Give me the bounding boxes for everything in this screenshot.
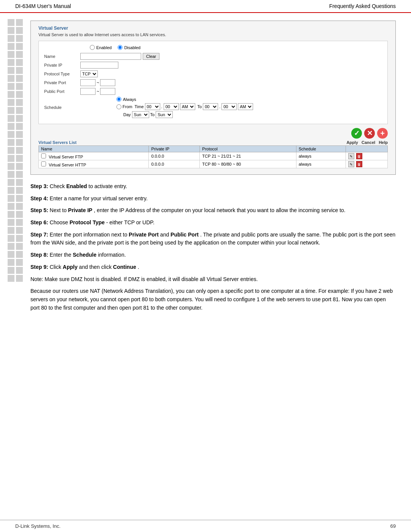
step5-prefix: Step 5: (30, 207, 48, 213)
name-row: Name Clear (44, 53, 382, 60)
row-name: Virtual Server HTTP (39, 160, 149, 168)
page-footer: D-Link Systems, Inc. 69 (0, 520, 411, 532)
day-to-select[interactable]: SunMonTueWed ThuFriSat (156, 111, 173, 118)
step8-rest: information. (98, 252, 126, 258)
disabled-radio-label[interactable]: Disabled (118, 45, 140, 50)
private-ip-label: Private IP (44, 63, 80, 67)
table-row: Virtual Server HTTP 0.0.0.0 TCP 80 ~ 80/… (39, 160, 388, 168)
from-label: From (123, 104, 132, 109)
page-header: DI-634M User's Manual Frequently Asked Q… (0, 0, 411, 13)
to-label: To (196, 104, 202, 109)
step6-bold: Protocol Type (70, 219, 105, 225)
apply-icon[interactable]: ✓ (351, 128, 362, 139)
step7-bold1: Private Port (129, 232, 159, 238)
step5-line: Step 5: Next to Private IP , enter the I… (30, 206, 396, 215)
clear-button[interactable]: Clear (143, 53, 159, 60)
delete-icon-0[interactable]: 🗑 (356, 153, 362, 159)
day-to-label: To (150, 112, 155, 117)
virtual-server-box: Virtual Server Virtual Server is used to… (30, 21, 396, 175)
from-hour-select[interactable]: 00010203 04050607 0809101112 (145, 103, 160, 110)
step9-line: Step 9: Click Apply and then click Conti… (30, 263, 396, 272)
footer-right: 69 (390, 523, 396, 529)
step9-text: Click (50, 264, 63, 270)
disabled-label: Disabled (124, 45, 140, 50)
edit-icon-1[interactable]: ✎ (348, 161, 354, 167)
apply-label[interactable]: Apply (346, 140, 358, 145)
day-from-select[interactable]: SunMonTueWed ThuFriSat (132, 111, 149, 118)
row-icons: ✎ 🗑 (346, 152, 387, 160)
name-label: Name (44, 54, 80, 59)
step7-text: Enter the port information next to (50, 232, 129, 238)
public-port-start[interactable] (80, 88, 96, 95)
header-left: DI-634M User's Manual (15, 3, 71, 9)
to-ampm-select[interactable]: AMPM (238, 103, 253, 110)
name-input[interactable] (80, 53, 141, 60)
enabled-radio[interactable] (90, 45, 95, 50)
col-actions (346, 146, 387, 152)
public-port-separator: ~ (97, 89, 99, 94)
private-port-start[interactable] (80, 79, 96, 86)
from-ampm-select[interactable]: AMPM (180, 103, 195, 110)
vs-list-actions: Apply Cancel Help (346, 140, 388, 145)
step3-bold: Enabled (66, 183, 87, 189)
private-port-row: Private Port ~ (44, 79, 382, 86)
step3-line: Step 3: Check Enabled to activate entry. (30, 182, 396, 191)
public-port-inputs: ~ (80, 88, 115, 95)
vs-desc: Virtual Server is used to allow Internet… (38, 32, 388, 37)
col-name: Name (39, 146, 149, 152)
step4-line: Step 4: Enter a name for your virtual se… (30, 195, 396, 203)
protocol-type-select[interactable]: TCP UDP (80, 70, 98, 77)
cancel-label[interactable]: Cancel (362, 140, 375, 145)
vs-list-title: Virtual Servers List (38, 140, 76, 145)
time-label: Time (134, 104, 144, 109)
row-checkbox-0[interactable] (41, 153, 46, 158)
from-colon: . (161, 104, 162, 109)
step6-line: Step 6: Choose Protocol Type - either TC… (30, 219, 396, 227)
schedule-row: Schedule Always From Time 00010203 (44, 97, 382, 118)
to-colon: . (219, 104, 220, 109)
help-label[interactable]: Help (379, 140, 388, 145)
row-schedule: always (296, 160, 346, 168)
step8-prefix: Step 8: (30, 252, 48, 258)
to-min-select[interactable]: 00153045 (221, 103, 237, 110)
day-label: Day (123, 112, 131, 117)
add-icon[interactable]: + (377, 128, 388, 139)
delete-icon-1[interactable]: 🗑 (356, 161, 362, 167)
public-port-row: Public Port ~ (44, 88, 382, 95)
to-hour-select[interactable]: 00010203 04050607 0809101112 (203, 103, 218, 110)
edit-icon-0[interactable]: ✎ (348, 153, 354, 159)
note1: Note: Make sure DMZ host is disabled. If… (30, 275, 396, 284)
step6-text: Choose (50, 219, 70, 225)
row-private-ip: 0.0.0.0 (149, 160, 200, 168)
schedule-label: Schedule (44, 105, 80, 110)
protocol-type-label: Protocol Type (44, 72, 80, 76)
enabled-radio-label[interactable]: Enabled (90, 45, 112, 50)
public-port-end[interactable] (100, 88, 115, 95)
step7-line: Step 7: Enter the port information next … (30, 231, 396, 247)
cancel-icon[interactable]: ✕ (364, 128, 375, 139)
step4-rest: Enter a name for your virtual server ent… (50, 195, 148, 201)
from-row: From Time 00010203 04050607 0809101112 .… (116, 103, 253, 110)
private-port-end[interactable] (100, 79, 115, 86)
step9-text2: and then click (79, 264, 113, 270)
main-content: Virtual Server Virtual Server is used to… (30, 13, 396, 312)
steps-section: Step 3: Check Enabled to activate entry.… (30, 182, 396, 312)
footer-left: D-Link Systems, Inc. (15, 523, 61, 529)
step7-prefix: Step 7: (30, 232, 48, 238)
private-ip-input[interactable] (80, 62, 118, 69)
from-min-select[interactable]: 00153045 (164, 103, 179, 110)
step5-text: Next to (50, 207, 68, 213)
step7-text2: and (160, 232, 170, 238)
row-checkbox-1[interactable] (41, 161, 46, 166)
schedule-section: Always From Time 00010203 04050607 08091… (116, 97, 253, 118)
step4-prefix: Step 4: (30, 195, 48, 201)
row-protocol: TCP 21 ~ 21/21 ~ 21 (200, 152, 296, 160)
header-right: Frequently Asked Questions (329, 3, 396, 9)
always-row: Always (116, 97, 253, 102)
always-radio[interactable] (116, 97, 121, 102)
disabled-radio[interactable] (118, 45, 123, 50)
step9-bold2: Continue (113, 264, 136, 270)
step5-bold: Private IP (68, 207, 92, 213)
vs-table: Name Private IP Protocol Schedule Virtua… (38, 145, 388, 168)
from-radio[interactable] (116, 104, 121, 109)
